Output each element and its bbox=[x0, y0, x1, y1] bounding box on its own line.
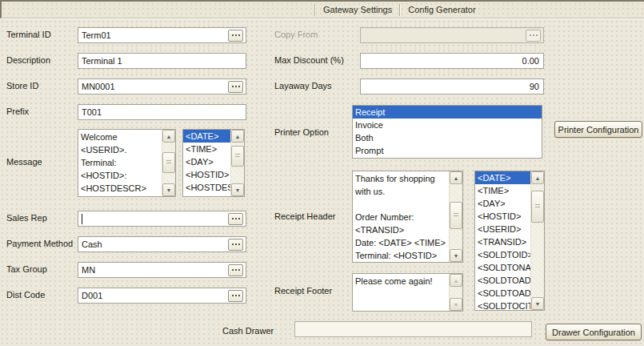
receipt-footer-textarea[interactable]: Please come again! ▲ ▼ bbox=[352, 273, 463, 312]
tab-label: Config Generator bbox=[408, 5, 475, 14]
sales-rep-browse-button[interactable] bbox=[228, 213, 243, 225]
scrollbar-track[interactable] bbox=[450, 184, 462, 249]
list-item[interactable]: <SOLDTOID> bbox=[475, 248, 530, 261]
list-item[interactable]: <HOSTID> bbox=[183, 168, 230, 181]
payment-method-value: Cash bbox=[82, 239, 226, 249]
list-item[interactable]: <DATE> bbox=[475, 171, 530, 184]
list-item[interactable]: <DATE> bbox=[183, 130, 230, 143]
list-item[interactable]: <TRANSID> bbox=[475, 235, 530, 248]
list-item[interactable]: <TIME> bbox=[475, 184, 530, 197]
message-scrollbar[interactable]: ▲ ▼ bbox=[162, 130, 175, 196]
description-input[interactable]: Terminal 1 bbox=[78, 53, 246, 69]
tax-group-label: Tax Group bbox=[6, 264, 47, 274]
scroll-up-button[interactable]: ▲ bbox=[450, 274, 462, 287]
max-discount-input[interactable]: 0.00 bbox=[360, 53, 544, 69]
list-item[interactable]: Both bbox=[353, 131, 542, 144]
layaway-days-input[interactable]: 90 bbox=[360, 78, 544, 95]
dist-code-value: D001 bbox=[82, 291, 226, 300]
sales-rep-label: Sales Rep bbox=[6, 213, 47, 223]
dist-code-label: Dist Code bbox=[6, 290, 45, 300]
receipt-header-scrollbar[interactable]: ▲ ▼ bbox=[449, 171, 462, 262]
scrollbar-thumb[interactable] bbox=[531, 191, 544, 223]
store-id-browse-button[interactable] bbox=[228, 81, 243, 93]
terminal-id-input[interactable]: Term01 bbox=[78, 27, 246, 43]
terminal-id-label: Terminal ID bbox=[6, 30, 51, 39]
tax-group-input[interactable]: MN bbox=[78, 262, 246, 278]
scrollbar-track[interactable] bbox=[231, 143, 244, 183]
list-item[interactable]: <USERID> bbox=[475, 223, 530, 235]
copy-from-browse-button bbox=[526, 30, 541, 42]
payment-method-browse-button[interactable] bbox=[228, 239, 243, 251]
prefix-value: T001 bbox=[82, 107, 243, 117]
tax-group-browse-button[interactable] bbox=[228, 264, 243, 276]
scroll-down-button[interactable]: ▼ bbox=[531, 297, 544, 310]
scroll-up-button[interactable]: ▲ bbox=[531, 171, 544, 184]
max-discount-value: 0.00 bbox=[364, 56, 541, 66]
scroll-up-button[interactable]: ▲ bbox=[231, 130, 244, 143]
printer-option-list[interactable]: ReceiptInvoiceBothPrompt bbox=[352, 105, 542, 159]
printer-configuration-button[interactable]: Printer Configuration bbox=[554, 121, 642, 138]
tab-gateway-settings[interactable]: Gateway Settings bbox=[316, 1, 399, 18]
list-item[interactable]: <HOSTID> bbox=[475, 210, 530, 223]
list-item[interactable]: <TIME> bbox=[183, 143, 230, 155]
top-tab-bar: Gateway Settings Config Generator bbox=[0, 0, 644, 18]
sales-rep-input[interactable] bbox=[78, 211, 246, 227]
copy-from-label: Copy From bbox=[274, 30, 318, 39]
scroll-up-button[interactable]: ▲ bbox=[450, 171, 462, 184]
list-item[interactable]: <DAY> bbox=[475, 197, 530, 210]
copy-from-input bbox=[360, 27, 544, 43]
list-item[interactable]: <SOLDTOADDR1> bbox=[475, 274, 530, 287]
message-text: Welcome <USERID>. Terminal: <HOSTID>: <H… bbox=[78, 130, 162, 196]
list-item[interactable]: Receipt bbox=[353, 106, 542, 119]
list-item[interactable]: <USERID> bbox=[183, 194, 230, 196]
message-tag-scrollbar[interactable]: ▲ ▼ bbox=[230, 130, 244, 196]
scroll-down-button[interactable]: ▼ bbox=[450, 298, 462, 311]
scrollbar-track[interactable] bbox=[162, 143, 175, 183]
scrollbar-thumb[interactable] bbox=[162, 152, 175, 173]
cash-drawer-label: Cash Drawer bbox=[222, 326, 274, 336]
receipt-header-text: Thanks for shopping with us. Order Numbe… bbox=[353, 171, 449, 262]
ellipsis-icon bbox=[232, 243, 234, 245]
printer-option-label: Printer Option bbox=[274, 127, 329, 137]
terminal-id-value: Term01 bbox=[82, 30, 226, 40]
prefix-input[interactable]: T001 bbox=[78, 104, 246, 120]
drawer-configuration-button[interactable]: Drawer Configuration bbox=[546, 324, 642, 340]
list-item[interactable]: <HOSTDESCR> bbox=[183, 181, 230, 194]
scroll-down-button[interactable]: ▼ bbox=[450, 249, 462, 262]
scroll-up-button[interactable]: ▲ bbox=[162, 130, 175, 143]
ellipsis-icon bbox=[232, 295, 234, 296]
list-item[interactable]: <SOLDTOADDR2> bbox=[475, 287, 530, 300]
cash-drawer-input[interactable] bbox=[294, 321, 532, 337]
list-item[interactable]: Prompt bbox=[353, 144, 542, 157]
list-item[interactable]: <DAY> bbox=[183, 155, 230, 168]
scroll-down-button[interactable]: ▼ bbox=[231, 183, 244, 196]
layaway-days-label: Layaway Days bbox=[274, 81, 332, 91]
tab-label: Gateway Settings bbox=[323, 5, 392, 14]
receipt-footer-scrollbar[interactable]: ▲ ▼ bbox=[449, 274, 462, 311]
message-tag-list[interactable]: <DATE><TIME><DAY><HOSTID><HOSTDESCR><USE… bbox=[182, 129, 245, 197]
list-item[interactable]: Invoice bbox=[353, 119, 542, 131]
receipt-footer-label: Receipt Footer bbox=[274, 286, 332, 296]
receipt-header-textarea[interactable]: Thanks for shopping with us. Order Numbe… bbox=[352, 171, 463, 263]
ellipsis-icon bbox=[232, 269, 234, 271]
prefix-label: Prefix bbox=[6, 107, 29, 116]
dist-code-browse-button[interactable] bbox=[228, 290, 243, 302]
list-item[interactable]: <SOLDTOCITY> bbox=[475, 300, 530, 310]
receipt-tag-list[interactable]: <DATE><TIME><DAY><HOSTID><USERID><TRANSI… bbox=[474, 171, 545, 311]
config-form-panel: Terminal ID Description Store ID Prefix … bbox=[0, 18, 644, 346]
list-item[interactable]: <SOLDTONAME> bbox=[475, 261, 530, 274]
message-textarea[interactable]: Welcome <USERID>. Terminal: <HOSTID>: <H… bbox=[78, 129, 176, 197]
scroll-down-button[interactable]: ▼ bbox=[162, 183, 175, 196]
dist-code-input[interactable]: D001 bbox=[78, 288, 246, 304]
scrollbar-thumb[interactable] bbox=[231, 146, 244, 167]
tab-config-generator[interactable]: Config Generator bbox=[401, 1, 482, 18]
scrollbar-track[interactable] bbox=[450, 287, 462, 298]
store-id-input[interactable]: MN0001 bbox=[78, 78, 246, 95]
scrollbar-thumb[interactable] bbox=[450, 202, 462, 229]
receipt-tag-scrollbar[interactable]: ▲ ▼ bbox=[530, 171, 544, 310]
terminal-id-browse-button[interactable] bbox=[228, 30, 243, 42]
scrollbar-track[interactable] bbox=[531, 184, 544, 297]
payment-method-input[interactable]: Cash bbox=[78, 236, 246, 252]
printer-configuration-button-label: Printer Configuration bbox=[558, 125, 639, 135]
store-id-value: MN0001 bbox=[82, 82, 226, 91]
